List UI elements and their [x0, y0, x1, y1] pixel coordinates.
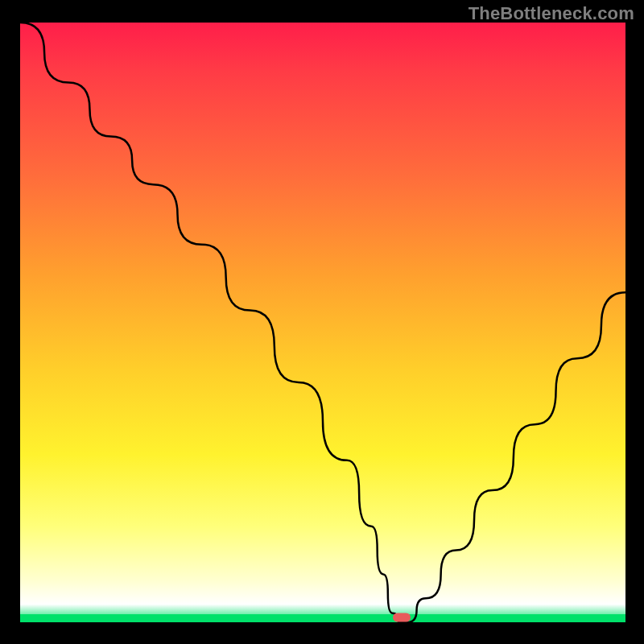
- chart-frame: TheBottleneck.com: [0, 0, 644, 644]
- curve-path: [20, 23, 625, 622]
- plot-area: [20, 23, 625, 622]
- optimum-marker: [393, 613, 411, 622]
- bottleneck-curve: [20, 23, 625, 622]
- watermark-text: TheBottleneck.com: [469, 3, 634, 24]
